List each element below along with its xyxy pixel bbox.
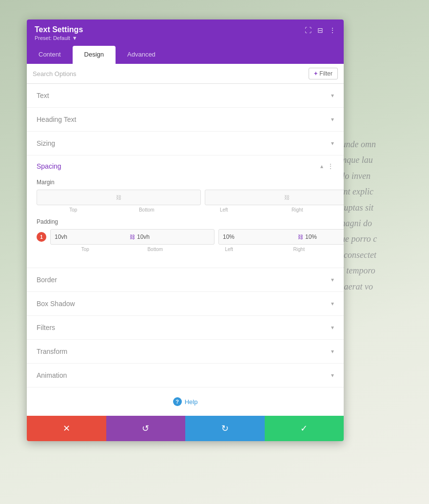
margin-lr-labels: Left Right [187,207,334,213]
spacing-header-icons: ▴ ⋮ [320,162,334,170]
section-text-chevron: ▾ [331,92,334,99]
help-row[interactable]: ? Help [27,388,344,416]
tab-design[interactable]: Design [73,46,116,64]
padding-tb-field[interactable]: ⛓ [50,229,214,245]
save-button[interactable]: ✓ [265,416,344,441]
margin-label: Margin [37,179,334,186]
panel-header: Text Settings Preset: Default ▼ ⛶ ⊟ ⋮ [27,19,344,46]
settings-panel: Text Settings Preset: Default ▼ ⛶ ⊟ ⋮ Co… [27,19,344,441]
padding-badge: 1 [37,232,46,242]
margin-left-label: Left [187,207,261,213]
section-box-shadow[interactable]: Box Shadow ▾ [27,292,344,316]
section-heading-text[interactable]: Heading Text ▾ [27,108,344,132]
panel-preset[interactable]: Preset: Default ▼ [35,35,83,41]
margin-field-labels: Top Bottom Left Right [37,207,334,213]
tab-content[interactable]: Content [27,46,73,64]
padding-left-input[interactable] [223,233,296,240]
cancel-button[interactable]: ✕ [27,416,106,441]
section-text-label: Text [37,92,49,99]
padding-lr-link-icon[interactable]: ⛓ [298,234,303,240]
spacing-section: Spacing ▴ ⋮ Margin ⛓ ⛓ [27,155,344,268]
margin-top-field[interactable]: ⛓ [37,190,201,205]
redo-icon: ↻ [221,423,229,434]
margin-lr-link-icon[interactable]: ⛓ [284,194,290,200]
margin-tb-labels: Top Bottom [37,207,183,213]
cancel-icon: ✕ [63,423,70,434]
section-heading-chevron: ▾ [331,116,334,123]
padding-right-input[interactable] [305,233,344,240]
section-transform-chevron: ▾ [331,348,334,355]
tab-advanced[interactable]: Advanced [116,46,167,64]
panel-content: Text ▾ Heading Text ▾ Sizing ▾ Spacing ▴… [27,84,344,416]
redo-button[interactable]: ↻ [185,416,265,441]
padding-bottom-label: Bottom [120,247,191,252]
more-options-icon[interactable]: ⋮ [329,26,336,34]
columns-icon[interactable]: ⊟ [317,26,323,34]
filter-label: Filter [319,70,332,77]
section-filters[interactable]: Filters ▾ [27,316,344,340]
section-border[interactable]: Border ▾ [27,268,344,292]
bottom-bar: ✕ ↺ ↻ ✓ [27,416,344,441]
margin-right-input[interactable] [292,194,344,201]
section-transform[interactable]: Transform ▾ [27,340,344,364]
margin-fields-row: ⛓ ⛓ [37,190,334,205]
filter-button[interactable]: + Filter [309,68,338,79]
preset-label: Preset: Default [35,35,70,41]
panel-header-icons: ⛶ ⊟ ⋮ [305,26,336,34]
section-text[interactable]: Text ▾ [27,84,344,108]
panel-title: Text Settings [35,25,83,34]
section-filters-label: Filters [37,324,55,331]
margin-tb-link-icon[interactable]: ⛓ [116,194,121,200]
search-bar: Search Options + Filter [27,64,344,84]
search-input-area: Search Options [33,70,309,78]
help-icon: ? [173,397,182,406]
padding-label: Padding [37,218,334,225]
margin-right-label: Right [261,207,334,213]
section-transform-label: Transform [37,348,67,355]
margin-bottom-label: Bottom [110,207,184,213]
section-box-shadow-label: Box Shadow [37,300,75,308]
section-border-chevron: ▾ [331,276,334,283]
padding-top-input[interactable] [55,233,128,240]
spacing-chevron-icon: ▴ [320,163,323,170]
padding-lr-labels: Left Right [194,247,334,252]
section-sizing-chevron: ▾ [331,140,334,147]
help-label: Help [185,398,198,406]
section-animation[interactable]: Animation ▾ [27,364,344,388]
search-placeholder[interactable]: Search Options [33,70,77,78]
padding-lr-field[interactable]: ⛓ [218,229,344,245]
padding-right-label: Right [264,247,334,252]
margin-top-label: Top [37,207,110,213]
section-animation-label: Animation [37,371,67,379]
section-border-label: Border [37,276,57,284]
margin-left-input[interactable] [209,194,282,201]
tabs-bar: Content Design Advanced [27,46,344,64]
filter-plus-icon: + [314,70,317,77]
section-animation-chevron: ▾ [331,372,334,379]
section-sizing-label: Sizing [37,139,55,147]
margin-top-input[interactable] [41,194,114,201]
margin-bottom-input[interactable] [123,194,196,201]
padding-field-labels: Top Bottom Left Right [37,247,334,252]
reset-icon: ↺ [142,423,149,434]
preset-caret: ▼ [72,35,78,41]
spacing-more-icon[interactable]: ⋮ [327,162,334,170]
reset-button[interactable]: ↺ [106,416,186,441]
fullscreen-icon[interactable]: ⛶ [305,26,312,34]
padding-left-label: Left [194,247,264,252]
padding-tb-link-icon[interactable]: ⛓ [130,234,135,240]
padding-fields: ⛓ ⛓ [50,229,344,245]
padding-tb-labels: Top Bottom [50,247,190,252]
spacing-label: Spacing [37,162,61,170]
save-icon: ✓ [300,423,308,434]
margin-lr-field[interactable]: ⛓ [205,190,344,205]
padding-top-label: Top [50,247,120,252]
panel-header-left: Text Settings Preset: Default ▼ [35,25,83,41]
section-sizing[interactable]: Sizing ▾ [27,132,344,155]
spacing-content: Margin ⛓ ⛓ Top Bot [27,177,344,268]
padding-row: 1 ⛓ ⛓ [37,229,334,245]
padding-bottom-input[interactable] [137,233,210,240]
section-filters-chevron: ▾ [331,324,334,331]
spacing-header[interactable]: Spacing ▴ ⋮ [27,155,344,177]
section-box-shadow-chevron: ▾ [331,300,334,307]
